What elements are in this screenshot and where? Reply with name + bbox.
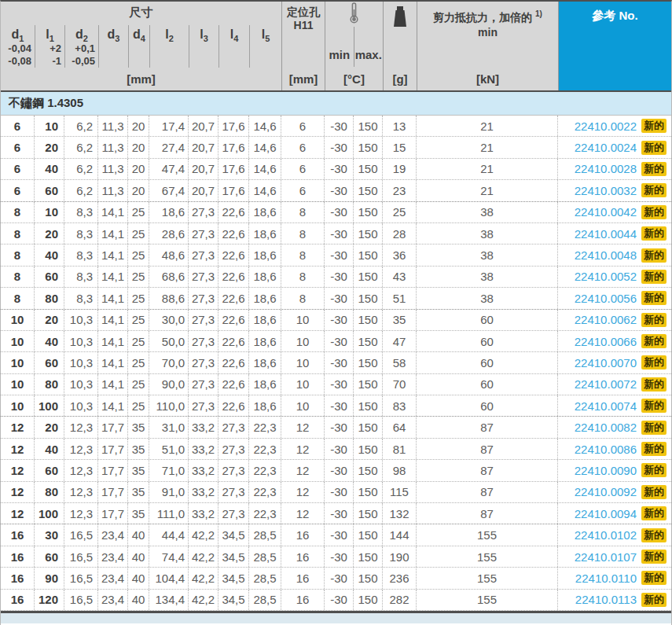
cell-shear: 21: [417, 137, 558, 157]
cell-shear: 155: [417, 524, 558, 545]
cell-temp-max: 150: [354, 482, 383, 502]
ref-link[interactable]: 22410.0086: [575, 443, 637, 456]
ref-link[interactable]: 22410.0090: [575, 464, 637, 477]
cell-d4: 25: [128, 310, 149, 330]
cell-d1: 12: [1, 439, 35, 459]
cell-d4: 20: [128, 180, 149, 200]
cell-d4: 25: [128, 352, 149, 373]
cell-d3: 14,1: [98, 202, 128, 222]
locating-hole-header-group: 定位孔 H11 [mm]: [281, 2, 325, 90]
cell-d3: 14,1: [98, 395, 128, 416]
cell-l3: 27,3: [189, 244, 218, 265]
cell-l3: 27,3: [189, 352, 218, 373]
cell-d4: 25: [128, 395, 149, 416]
cell-shear: 38: [417, 244, 558, 265]
cell-shear: 87: [417, 439, 558, 459]
cell-l1: 20: [35, 223, 64, 244]
cell-l3: 27,3: [189, 288, 218, 308]
cell-l3: 42,2: [189, 568, 218, 588]
ref-link[interactable]: 22410.0032: [575, 184, 637, 197]
ref-link[interactable]: 22410.0066: [575, 335, 637, 348]
cell-d3: 17,7: [98, 482, 128, 502]
temp-min-label: min: [325, 27, 354, 67]
cell-temp-min: -30: [325, 310, 354, 330]
table-row: 6106,211,32017,420,717,614,66-3015013212…: [1, 116, 671, 137]
ref-link[interactable]: 22410.0028: [575, 162, 637, 175]
ref-link[interactable]: 22410.0048: [575, 248, 637, 262]
cell-weight: 35: [383, 310, 417, 330]
cell-temp-min: -30: [325, 417, 354, 437]
table-row: 104010,314,12550,027,322,618,610-3015047…: [1, 331, 671, 352]
cell-shear: 60: [417, 395, 558, 416]
cell-temp-max: 150: [354, 267, 383, 287]
cell-l1: 40: [35, 439, 64, 459]
cell-temp-min: -30: [325, 180, 354, 200]
cell-l3: 33,2: [189, 482, 218, 502]
new-badge: 新的: [641, 226, 666, 241]
ref-link[interactable]: 22410.0107: [575, 550, 637, 564]
ref-link[interactable]: 22410.0094: [575, 507, 637, 520]
table-row: 102010,314,12530,027,322,618,610-3015035…: [1, 310, 671, 331]
cell-l1: 60: [35, 352, 64, 373]
ref-link[interactable]: 22410.0082: [575, 421, 637, 434]
cell-shear: 155: [417, 546, 558, 567]
cell-h11: 8: [281, 244, 325, 265]
weight-header-group: [g]: [383, 2, 417, 90]
cell-h11: 10: [281, 352, 325, 373]
cell-temp-max: 150: [354, 503, 383, 524]
ref-link[interactable]: 22410.0062: [575, 313, 637, 326]
cell-l3: 42,2: [189, 546, 218, 567]
cell-l4: 22,6: [218, 202, 249, 222]
ref-link[interactable]: 22410.0092: [575, 485, 637, 498]
table-body: 6106,211,32017,420,717,614,66-3015013212…: [1, 116, 671, 611]
ref-link[interactable]: 22410.0072: [575, 377, 637, 391]
cell-temp-min: -30: [325, 244, 354, 265]
ref-link[interactable]: 22410.0102: [575, 528, 637, 542]
cell-ref: 22410.0042新的: [558, 202, 671, 222]
cell-h11: 6: [281, 137, 325, 157]
ref-link[interactable]: 22410.0110: [575, 572, 637, 585]
cell-weight: 132: [383, 503, 417, 524]
cell-d4: 25: [128, 267, 149, 287]
table-header: 尺寸 d1-0,04-0,08l1+2-1d2+0,1-0,05d3d4l2l3…: [1, 2, 671, 92]
cell-temp-min: -30: [325, 352, 354, 373]
cell-l2: 67,4: [149, 180, 189, 200]
cell-temp-max: 150: [354, 417, 383, 437]
cell-d4: 40: [128, 524, 149, 545]
cell-l2: 31,0: [149, 417, 189, 437]
material-section-row: 不鏽鋼 1.4305: [1, 92, 671, 116]
ref-link[interactable]: 22410.0044: [575, 227, 637, 241]
temp-max-label: max.: [354, 27, 384, 67]
new-badge: 新的: [641, 183, 666, 197]
cell-l2: 104,4: [149, 568, 189, 588]
cell-l3: 33,2: [189, 417, 218, 437]
cell-l2: 47,4: [149, 159, 189, 179]
cell-l1: 90: [35, 568, 64, 588]
cell-l3: 20,7: [189, 137, 218, 157]
cell-shear: 60: [417, 310, 558, 330]
cell-d2: 8,3: [64, 223, 98, 244]
ref-link[interactable]: 22410.0042: [575, 205, 637, 219]
ref-link[interactable]: 22410.0024: [575, 141, 637, 154]
table-row: 8808,314,12588,627,322,618,68-3015051382…: [1, 288, 671, 309]
cell-shear: 38: [417, 202, 558, 222]
cell-temp-min: -30: [325, 482, 354, 502]
cell-l2: 28,6: [149, 223, 189, 244]
cell-d1: 10: [1, 374, 35, 395]
cell-shear: 87: [417, 460, 558, 480]
weight-unit: [g]: [384, 67, 417, 90]
cell-l5: 22,3: [249, 417, 281, 437]
cell-l5: 28,5: [249, 590, 281, 610]
ref-link[interactable]: 22410.0074: [575, 399, 637, 413]
col-header-d4: d4: [128, 25, 149, 68]
ref-link[interactable]: 22410.0052: [575, 270, 637, 283]
ref-link[interactable]: 22410.0056: [575, 292, 637, 305]
cell-shear: 60: [417, 331, 558, 351]
cell-d3: 23,4: [98, 590, 128, 610]
cell-l4: 34,5: [218, 568, 249, 588]
ref-link[interactable]: 22410.0070: [575, 356, 637, 369]
ref-link[interactable]: 22410.0022: [575, 119, 637, 133]
ref-link[interactable]: 22410.0113: [575, 593, 637, 606]
table-row: 163016,523,44044,442,234,528,516-3015014…: [1, 524, 671, 546]
cell-ref: 22410.0044新的: [558, 223, 671, 244]
